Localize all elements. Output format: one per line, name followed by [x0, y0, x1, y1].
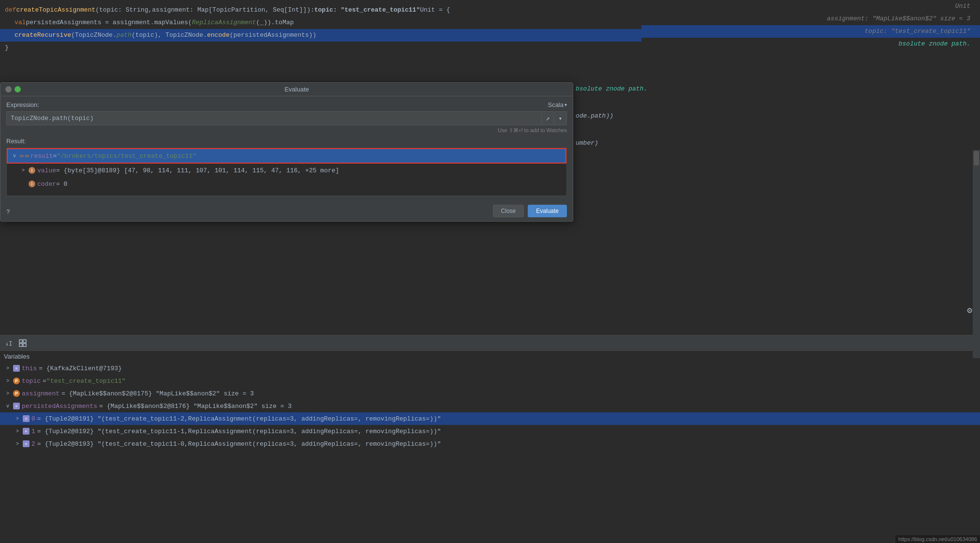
tree-toggle-value[interactable]: >: [19, 166, 27, 174]
svg-rect-1: [19, 340, 22, 343]
scrollbar-thumb[interactable]: [974, 151, 979, 166]
scala-dropdown[interactable]: Scala ▾: [548, 101, 567, 108]
result-row-main[interactable]: v ∞ ∞ result = "/brokers/topics/test_cre…: [8, 149, 565, 163]
toggle-0[interactable]: >: [14, 415, 21, 422]
settings-icon[interactable]: ⚙: [967, 305, 972, 316]
icon-0: ≡: [23, 415, 30, 422]
maximize-button[interactable]: [15, 86, 21, 92]
toggle-2[interactable]: >: [14, 440, 21, 448]
evaluate-dialog: Evaluate Expression: Scala ▾ ↗ ▾ Use ⇧⌘⏎…: [0, 82, 573, 222]
code-right-line-4: [576, 123, 973, 136]
variables-title: Variables: [0, 351, 980, 362]
info-icon-value: i: [29, 167, 35, 174]
svg-rect-2: [23, 340, 26, 343]
code-right-line-5: umber): [576, 136, 973, 150]
toggle-1[interactable]: >: [14, 427, 21, 435]
right-code-area: Unit assignment: "MapLike$$anon$2" size …: [641, 0, 980, 75]
var-row-persisted[interactable]: v ≡ persistedAssignments = {MapLike$$ano…: [0, 400, 980, 412]
code-right-line-1: bsolute znode path.: [576, 82, 973, 96]
grid-icon[interactable]: [17, 338, 28, 348]
expression-input[interactable]: [7, 112, 541, 125]
var-row-topic[interactable]: > P topic = "test_create_topic11": [0, 375, 980, 387]
dialog-footer: Close Evaluate: [0, 201, 573, 221]
traffic-lights: [5, 86, 21, 92]
toggle-persisted[interactable]: v: [4, 402, 12, 410]
dialog-titlebar: Evaluate: [0, 83, 573, 96]
modal-overlay: Evaluate Expression: Scala ▾ ↗ ▾ Use ⇧⌘⏎…: [0, 75, 980, 543]
dialog-title: Evaluate: [26, 86, 568, 93]
right-code-line-4: bsolute znode path.: [641, 38, 980, 50]
info-icon-coder: i: [29, 181, 35, 187]
infinity-icon: ∞: [20, 152, 24, 160]
icon-persisted: ≡: [13, 403, 20, 409]
icon-1: ≡: [23, 428, 30, 435]
result-highlight-border: v ∞ ∞ result = "/brokers/topics/test_cre…: [7, 148, 566, 164]
result-var-name: result: [30, 152, 53, 160]
chevron-down-icon: ▾: [564, 102, 567, 107]
icon-topic: P: [13, 377, 20, 384]
result-row-value[interactable]: > i value = {byte[35]@8189} [47, 98, 114…: [7, 164, 566, 177]
minimize-button[interactable]: [5, 86, 12, 92]
var-row-assignment[interactable]: > P assignment = {MapLike$$anon$2@8175} …: [0, 387, 980, 400]
code-right-line-3: ode.path)): [576, 109, 973, 123]
expression-input-wrapper: ↗ ▾: [6, 111, 567, 125]
code-right-panel: bsolute znode path. ode.path)) umber): [576, 82, 973, 150]
keyword-def: def: [5, 4, 16, 16]
var-row-1[interactable]: > ≡ 1 = {Tuple2@8192} "(test_create_topi…: [0, 425, 980, 437]
svg-rect-3: [19, 344, 22, 347]
var-row-this[interactable]: > ≡ this = {KafkaZkClient@7193}: [0, 362, 980, 375]
dropdown-arrow-icon[interactable]: ▾: [554, 112, 566, 125]
fn-createTopicAssignment: createTopicAssignment: [16, 4, 95, 16]
right-code-line-1: Unit: [641, 0, 980, 13]
result-label: Result:: [6, 137, 567, 145]
svg-rect-4: [23, 344, 26, 347]
right-scrollbar[interactable]: [973, 150, 980, 358]
param-topic: topic: [99, 4, 118, 16]
tree-toggle-coder: [19, 180, 27, 188]
close-button[interactable]: Close: [493, 205, 524, 217]
variables-list: > ≡ this = {KafkaZkClient@7193} > P topi…: [0, 362, 980, 543]
expression-row: Expression: Scala ▾: [6, 101, 567, 108]
toggle-topic[interactable]: >: [4, 377, 12, 385]
variables-toolbar: ↓I: [0, 335, 980, 351]
var-row-0[interactable]: > ≡ 0 = {Tuple2@8191} "(test_create_topi…: [0, 412, 980, 425]
watches-hint: Use ⇧⌘⏎ to add to Watches: [6, 127, 567, 134]
svg-text:↓I: ↓I: [5, 340, 12, 347]
right-code-line-2: assignment: "MapLike$$anon$2" size = 3: [641, 13, 980, 25]
evaluate-button[interactable]: Evaluate: [528, 205, 567, 217]
right-code-line-3: topic: "test_create_topic11": [641, 25, 980, 38]
paren-open: (: [95, 4, 99, 16]
code-right-line-2: [576, 96, 973, 109]
url-bar: https://blog.csdn.net/u010634086: [895, 535, 980, 543]
result-var-value: "/brokers/topics/test_create_topic11": [57, 152, 196, 160]
dialog-body: Expression: Scala ▾ ↗ ▾ Use ⇧⌘⏎ to add t…: [0, 96, 573, 201]
var-row-2[interactable]: > ≡ 2 = {Tuple2@8193} "(test_create_topi…: [0, 437, 980, 450]
toggle-assignment[interactable]: >: [4, 390, 12, 397]
cursor-icon[interactable]: ↓I: [4, 338, 15, 348]
help-button[interactable]: ?: [6, 208, 10, 215]
infinity-icon-2: ∞: [25, 152, 29, 160]
bottom-panel: ↓I Variables > ≡ this = {KafkaZkCli: [0, 335, 980, 543]
tree-toggle-main[interactable]: v: [11, 152, 18, 160]
icon-this: ≡: [13, 365, 20, 372]
return-type-unit: topic: "test_create_topic11": [314, 4, 420, 16]
toggle-this[interactable]: >: [4, 364, 12, 372]
result-row-coder[interactable]: i coder = 0: [7, 177, 566, 191]
result-tree: v ∞ ∞ result = "/brokers/topics/test_cre…: [6, 148, 567, 196]
expression-label: Expression:: [6, 101, 39, 108]
icon-2: ≡: [23, 440, 30, 447]
icon-assignment: P: [13, 390, 20, 397]
expand-icon[interactable]: ↗: [541, 112, 554, 125]
